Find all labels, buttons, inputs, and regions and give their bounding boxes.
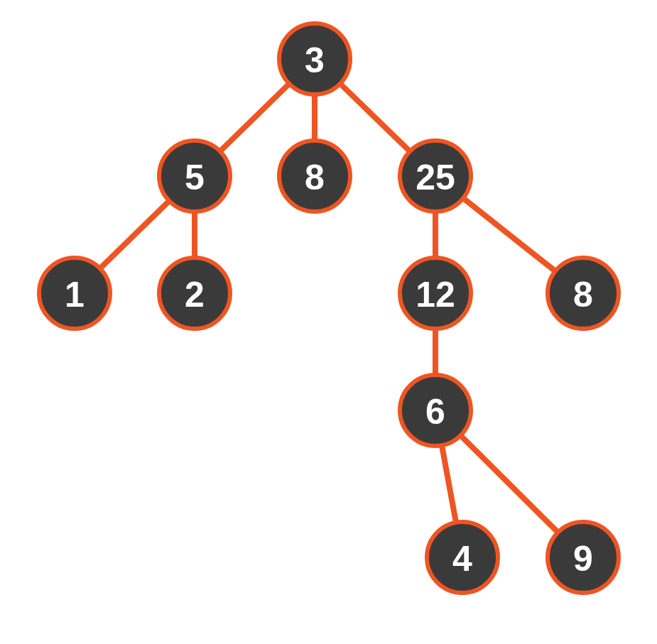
tree-node: 1 xyxy=(39,258,110,329)
node-label: 2 xyxy=(185,275,205,315)
node-label: 3 xyxy=(305,40,325,80)
tree-node: 8 xyxy=(279,141,350,212)
tree-node: 25 xyxy=(400,141,471,212)
tree-node: 9 xyxy=(548,522,619,593)
node-label: 6 xyxy=(425,392,445,432)
edges-layer xyxy=(75,59,583,557)
node-label: 4 xyxy=(452,539,472,579)
tree-node: 4 xyxy=(427,522,498,593)
node-label: 12 xyxy=(416,275,455,315)
tree-node: 6 xyxy=(400,375,471,446)
tree-node: 3 xyxy=(279,23,350,94)
node-label: 9 xyxy=(573,539,593,579)
node-label: 1 xyxy=(65,275,85,315)
node-label: 25 xyxy=(416,158,455,197)
tree-node: 2 xyxy=(159,258,230,329)
node-label: 8 xyxy=(305,158,325,197)
node-label: 8 xyxy=(573,275,593,315)
tree-diagram: 3582512128649 xyxy=(0,0,657,644)
node-label: 5 xyxy=(185,158,205,197)
tree-node: 12 xyxy=(400,258,471,329)
tree-node: 5 xyxy=(159,141,230,212)
tree-node: 8 xyxy=(548,258,619,329)
